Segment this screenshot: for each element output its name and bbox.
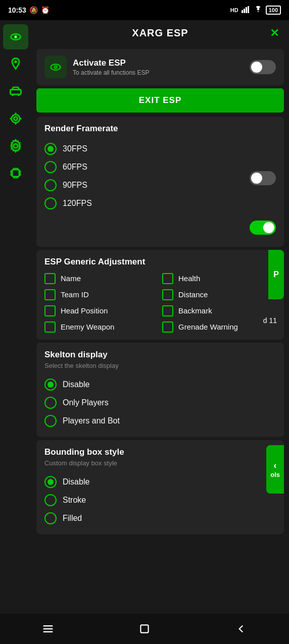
fps-90-radio[interactable] xyxy=(44,179,57,191)
nav-back-button[interactable] xyxy=(226,619,256,639)
svg-point-33 xyxy=(55,67,57,68)
render-framerate-title: Render Framerate xyxy=(44,124,276,134)
checkbox-teamid-box[interactable] xyxy=(44,289,56,300)
skelton-disable-option[interactable]: Disable xyxy=(44,375,276,394)
checkbox-health-box[interactable] xyxy=(162,273,173,284)
bounding-box-title: Bounding box style xyxy=(44,447,276,457)
status-bar: 10:53 🔕 ⏰ HD 100 xyxy=(0,0,289,20)
bounding-box-subtitle: Custom display box style xyxy=(44,459,276,467)
toggle-knob xyxy=(251,62,262,73)
checkbox-grenadewarning-label: Grenade Warning xyxy=(178,323,238,332)
svg-rect-1 xyxy=(244,9,245,13)
fps-toggles xyxy=(250,140,276,240)
exit-esp-button[interactable]: EXIT ESP xyxy=(36,88,284,113)
checkbox-distance-box[interactable] xyxy=(162,289,173,300)
svg-rect-3 xyxy=(248,6,249,13)
bbox-filled-radio[interactable] xyxy=(44,512,57,524)
app-header: XARG ESP ✕ xyxy=(31,20,289,46)
svg-point-17 xyxy=(14,144,18,148)
fps-60-option[interactable]: 60FPS xyxy=(44,158,246,176)
fps-container: 30FPS 60FPS 90FPS 120FPS xyxy=(44,140,276,240)
signal-icon xyxy=(242,6,251,15)
checkbox-headposition-box[interactable] xyxy=(44,305,56,316)
bbox-filled-option[interactable]: Filled xyxy=(44,509,276,527)
fps-120-label: 120FPS xyxy=(63,199,92,208)
checkbox-grenadewarning-box[interactable] xyxy=(162,321,173,333)
activate-row: Activate ESP To activate all functions E… xyxy=(44,56,276,78)
sidebar-item-settings[interactable] xyxy=(3,133,28,158)
skelton-title: Skelton display xyxy=(44,350,276,360)
fps-120-toggle[interactable] xyxy=(250,221,276,235)
checkbox-distance[interactable]: Distance xyxy=(162,289,276,300)
wifi-icon xyxy=(254,6,263,15)
svg-point-12 xyxy=(14,117,18,121)
fps-60-radio[interactable] xyxy=(44,161,57,173)
fps-90-label: 90FPS xyxy=(63,181,87,190)
esp-checkbox-grid: Name Health Team ID Distance Head Positi… xyxy=(44,273,276,333)
checkbox-enemyweapon[interactable]: Enemy Weapon xyxy=(44,321,158,333)
nav-menu-button[interactable] xyxy=(33,619,63,639)
float-p-button[interactable]: P xyxy=(268,250,284,299)
bbox-disable-radio[interactable] xyxy=(44,476,57,488)
close-button[interactable]: ✕ xyxy=(270,27,279,40)
checkbox-headposition[interactable]: Head Position xyxy=(44,305,158,316)
svg-rect-8 xyxy=(11,90,21,94)
header-title: XARG ESP xyxy=(132,27,188,39)
skelton-players-radio[interactable] xyxy=(44,397,57,409)
fps-60-toggle[interactable] xyxy=(250,171,276,185)
bbox-filled-label: Filled xyxy=(63,514,82,523)
checkbox-headposition-label: Head Position xyxy=(61,306,108,315)
fps-90-option[interactable]: 90FPS xyxy=(44,176,246,194)
checkbox-name-label: Name xyxy=(61,274,81,283)
skelton-players-option[interactable]: Only Players xyxy=(44,394,276,412)
sidebar-item-location[interactable] xyxy=(3,51,28,77)
main-content: XARG ESP ✕ Activate ESP To activate all … xyxy=(31,20,289,614)
checkbox-backmark[interactable]: Backmark xyxy=(162,305,276,316)
status-right: HD 100 xyxy=(230,6,281,15)
bbox-disable-option[interactable]: Disable xyxy=(44,473,276,491)
checkbox-health[interactable]: Health xyxy=(162,273,276,284)
fps-120-radio[interactable] xyxy=(44,197,57,209)
bbox-stroke-option[interactable]: Stroke xyxy=(44,491,276,509)
nav-home-button[interactable] xyxy=(129,619,160,639)
svg-point-10 xyxy=(18,94,20,96)
checkbox-backmark-label: Backmark xyxy=(178,306,212,315)
fps-options: 30FPS 60FPS 90FPS 120FPS xyxy=(44,140,246,240)
float-tools-button[interactable]: ‹ ols xyxy=(266,445,284,494)
activate-toggle[interactable] xyxy=(250,60,276,74)
skelton-disable-radio[interactable] xyxy=(44,379,57,391)
bbox-disable-label: Disable xyxy=(63,477,89,487)
checkbox-enemyweapon-box[interactable] xyxy=(44,321,56,333)
svg-rect-37 xyxy=(140,625,148,632)
fps-30-radio[interactable] xyxy=(44,143,57,155)
checkbox-health-label: Health xyxy=(178,274,200,283)
checkbox-backmark-box[interactable] xyxy=(162,305,173,316)
activate-title: Activate ESP xyxy=(73,58,244,68)
svg-rect-18 xyxy=(12,170,19,177)
svg-rect-0 xyxy=(242,10,243,13)
activate-text: Activate ESP To activate all functions E… xyxy=(73,58,244,76)
render-framerate-panel: Render Framerate 30FPS 60FPS 90FPS 120FP… xyxy=(36,117,284,247)
checkbox-distance-label: Distance xyxy=(178,290,208,299)
fps-120-option[interactable]: 120FPS xyxy=(44,194,246,212)
sidebar-item-target[interactable] xyxy=(3,106,28,131)
fps-30-label: 30FPS xyxy=(63,144,87,153)
sidebar-item-chip[interactable] xyxy=(3,160,28,186)
checkbox-name[interactable]: Name xyxy=(44,273,158,284)
time: 10:53 xyxy=(8,6,26,14)
esp-icon xyxy=(44,56,67,78)
float-tools-inner: ‹ ols xyxy=(270,460,280,478)
skelton-playersbot-radio[interactable] xyxy=(44,415,57,427)
svg-rect-2 xyxy=(246,7,247,13)
fps-30-option[interactable]: 30FPS xyxy=(44,140,246,158)
fps-120-toggle-knob xyxy=(263,222,274,233)
skelton-playersbot-option[interactable]: Players and Bot xyxy=(44,412,276,430)
svg-point-9 xyxy=(12,94,14,96)
checkbox-grenadewarning[interactable]: Grenade Warning xyxy=(162,321,276,333)
sidebar-item-eye[interactable] xyxy=(3,24,28,49)
bbox-stroke-radio[interactable] xyxy=(44,494,57,506)
sidebar-item-car[interactable] xyxy=(3,79,28,104)
checkbox-name-box[interactable] xyxy=(44,273,56,284)
mute-icon: 🔕 xyxy=(29,6,38,14)
checkbox-teamid[interactable]: Team ID xyxy=(44,289,158,300)
